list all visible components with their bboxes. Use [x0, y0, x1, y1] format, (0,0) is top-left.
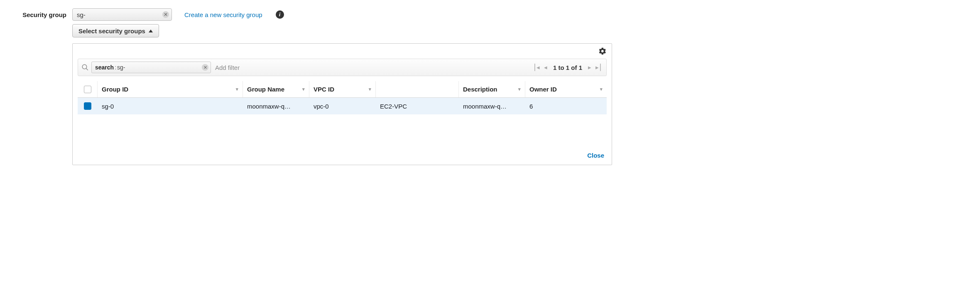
- security-group-label: Security group: [8, 11, 66, 18]
- cell-owner-id: 6: [525, 98, 607, 114]
- create-security-group-link[interactable]: Create a new security group: [184, 11, 262, 18]
- chip-clear-icon[interactable]: ✕: [202, 64, 208, 71]
- table-body-spacer: [73, 114, 612, 148]
- cell-description: moonmaxw-q…: [459, 98, 525, 114]
- svg-line-1: [86, 68, 88, 70]
- cell-group-id: sg-0: [98, 98, 243, 114]
- filter-toolbar: search : sg- ✕ Add filter ⎮◂ ◂ 1 to 1 of…: [78, 59, 607, 76]
- cell-group-name: moonmaxw-q…: [243, 98, 309, 114]
- header-group-name[interactable]: Group Name ▾: [243, 81, 309, 97]
- security-groups-panel: search : sg- ✕ Add filter ⎮◂ ◂ 1 to 1 of…: [72, 43, 612, 165]
- select-security-groups-label: Select security groups: [78, 27, 145, 35]
- page-range: 1 to 1 of 1: [553, 64, 582, 71]
- row-checkbox[interactable]: [84, 102, 91, 110]
- close-button[interactable]: Close: [587, 152, 604, 159]
- svg-point-0: [82, 64, 87, 69]
- header-group-id[interactable]: Group ID ▾: [98, 81, 243, 97]
- select-security-groups-button[interactable]: Select security groups: [72, 24, 159, 37]
- page-first-icon[interactable]: ⎮◂: [532, 64, 541, 71]
- sort-indicator-icon: ▾: [518, 87, 521, 92]
- cell-type: EC2-VPC: [376, 98, 459, 114]
- selected-sg-tag[interactable]: sg- ✕: [72, 8, 172, 21]
- search-filter-chip[interactable]: search : sg- ✕: [91, 62, 211, 73]
- row-checkbox-cell[interactable]: [78, 98, 98, 114]
- caret-up-icon: [149, 30, 153, 32]
- header-description[interactable]: Description ▾: [459, 81, 525, 97]
- page-prev-icon[interactable]: ◂: [543, 64, 548, 71]
- cell-vpc-id: vpc-0: [309, 98, 376, 114]
- sort-indicator-icon: ▾: [302, 87, 305, 92]
- info-icon[interactable]: i: [276, 10, 284, 19]
- header-vpc-id[interactable]: VPC ID ▾: [309, 81, 376, 97]
- sort-indicator-icon: ▾: [600, 87, 603, 92]
- add-filter-input[interactable]: Add filter: [215, 64, 532, 71]
- page-last-icon[interactable]: ▸⎮: [595, 64, 603, 71]
- table-header: Group ID ▾ Group Name ▾ VPC ID ▾ Descrip…: [78, 81, 607, 98]
- sort-indicator-icon: ▾: [369, 87, 371, 92]
- search-icon: [81, 64, 89, 71]
- sort-indicator-icon: ▾: [236, 87, 238, 92]
- header-type[interactable]: [376, 81, 459, 97]
- chip-separator: :: [115, 64, 116, 71]
- selected-sg-text: sg-: [77, 11, 86, 18]
- table-row[interactable]: sg-0 moonmaxw-q… vpc-0 EC2-VPC moonmaxw-…: [78, 98, 607, 114]
- paginator: ⎮◂ ◂ 1 to 1 of 1 ▸ ▸⎮: [532, 64, 603, 71]
- chip-value: sg-: [117, 64, 125, 71]
- header-checkbox-cell[interactable]: [78, 81, 98, 97]
- page-next-icon[interactable]: ▸: [587, 64, 592, 71]
- header-owner-id[interactable]: Owner ID ▾: [525, 81, 607, 97]
- gear-icon[interactable]: [598, 47, 607, 55]
- chip-key: search: [95, 64, 114, 71]
- clear-selected-sg-icon[interactable]: ✕: [162, 11, 169, 18]
- select-all-checkbox[interactable]: [84, 86, 91, 93]
